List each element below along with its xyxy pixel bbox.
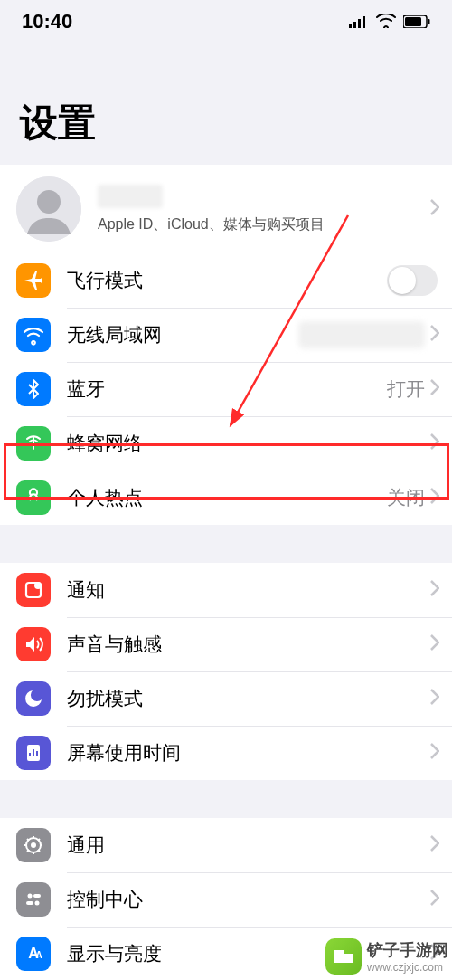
- svg-rect-15: [33, 894, 41, 898]
- settings-row-dnd[interactable]: 勿扰模式: [0, 671, 452, 726]
- screentime-icon: [16, 736, 51, 770]
- avatar: [16, 176, 81, 242]
- hotspot-icon: [16, 480, 51, 515]
- settings-row-cellular[interactable]: 蜂窝网络: [0, 416, 452, 471]
- status-icons: [349, 12, 430, 33]
- battery-icon: [403, 12, 430, 33]
- watermark: 铲子手游网 www.czjxjc.com: [325, 938, 448, 975]
- dnd-icon: [16, 681, 51, 716]
- wifi-icon: [376, 12, 396, 33]
- chevron-right-icon: [430, 488, 439, 508]
- cellular-icon: [16, 426, 51, 461]
- settings-row-notifications[interactable]: 通知: [0, 563, 452, 617]
- wifi-icon: [16, 318, 51, 352]
- settings-row-hotspot[interactable]: 个人热点关闭: [0, 471, 452, 525]
- profile-subtitle: Apple ID、iCloud、媒体与购买项目: [98, 215, 430, 234]
- status-time: 10:40: [22, 10, 72, 33]
- settings-row-general[interactable]: 通用: [0, 818, 452, 872]
- svg-point-13: [31, 842, 36, 848]
- settings-row-sound[interactable]: 声音与触感: [0, 617, 452, 671]
- row-label: 通知: [67, 577, 430, 603]
- svg-point-14: [28, 894, 33, 899]
- watermark-text: 铲子手游网: [367, 939, 448, 961]
- airplane-icon: [16, 263, 51, 298]
- settings-group: 飞行模式无线局域网蓝牙打开蜂窝网络个人热点关闭: [0, 253, 452, 525]
- chevron-right-icon: [430, 199, 439, 219]
- chevron-right-icon: [430, 325, 439, 345]
- svg-rect-2: [358, 19, 361, 28]
- profile-row[interactable]: Apple ID、iCloud、媒体与购买项目: [0, 165, 452, 253]
- toggle[interactable]: [387, 265, 438, 296]
- row-label: 个人热点: [67, 485, 387, 510]
- settings-row-control-center[interactable]: 控制中心: [0, 872, 452, 927]
- display-icon: AA: [16, 937, 51, 971]
- row-label: 蜂窝网络: [67, 431, 430, 456]
- watermark-url: www.czjxjc.com: [367, 961, 448, 974]
- svg-rect-5: [405, 17, 421, 26]
- chevron-right-icon: [430, 743, 439, 763]
- row-label: 声音与触感: [67, 632, 430, 657]
- chevron-right-icon: [430, 835, 439, 855]
- row-label: 控制中心: [67, 887, 430, 912]
- status-bar: 10:40: [0, 0, 452, 43]
- watermark-logo-icon: [325, 938, 362, 975]
- row-value: 关闭: [387, 485, 425, 510]
- profile-name-blur: [98, 185, 163, 208]
- svg-rect-16: [26, 901, 33, 905]
- chevron-right-icon: [430, 580, 439, 600]
- row-label: 飞行模式: [67, 268, 387, 293]
- chevron-right-icon: [430, 689, 439, 709]
- row-label: 屏幕使用时间: [67, 740, 430, 766]
- svg-point-10: [34, 582, 42, 589]
- settings-row-wifi[interactable]: 无线局域网: [0, 308, 452, 362]
- chevron-right-icon: [430, 890, 439, 909]
- row-value-blur: [298, 321, 425, 348]
- settings-group: 通知声音与触感勿扰模式屏幕使用时间: [0, 563, 452, 780]
- svg-point-17: [35, 901, 40, 906]
- settings-row-airplane[interactable]: 飞行模式: [0, 253, 452, 308]
- notifications-icon: [16, 573, 51, 607]
- svg-rect-3: [363, 16, 365, 28]
- page-title: 设置: [0, 43, 452, 165]
- row-label: 无线局域网: [67, 322, 298, 347]
- signal-icon: [349, 12, 369, 33]
- row-label: 通用: [67, 833, 430, 858]
- control-center-icon: [16, 882, 51, 917]
- row-value: 打开: [387, 376, 425, 402]
- svg-text:A: A: [35, 950, 42, 960]
- chevron-right-icon: [430, 433, 439, 453]
- sound-icon: [16, 627, 51, 661]
- settings-row-screentime[interactable]: 屏幕使用时间: [0, 726, 452, 780]
- svg-point-8: [37, 190, 61, 214]
- svg-rect-1: [353, 22, 356, 28]
- chevron-right-icon: [430, 634, 439, 654]
- svg-rect-0: [349, 24, 352, 28]
- profile-group: Apple ID、iCloud、媒体与购买项目: [0, 165, 452, 253]
- row-label: 勿扰模式: [67, 686, 430, 711]
- general-icon: [16, 828, 51, 862]
- row-label: 蓝牙: [67, 376, 387, 402]
- svg-rect-6: [428, 19, 430, 24]
- chevron-right-icon: [430, 379, 439, 399]
- settings-row-bluetooth[interactable]: 蓝牙打开: [0, 362, 452, 416]
- bluetooth-icon: [16, 372, 51, 406]
